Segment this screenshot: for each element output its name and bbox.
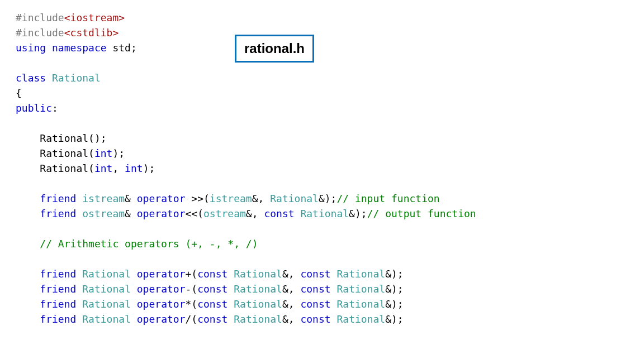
amp: & [125,193,137,204]
type-rational: Rational [52,72,101,84]
paren-open: ( [191,298,197,310]
kw-operator: operator [137,313,186,325]
kw-friend: friend [40,313,76,325]
brace-open: { [16,87,22,99]
kw-const: const [197,313,227,325]
op-star: * [185,298,191,310]
type-rational: Rational [336,268,385,280]
amp-semi: &); [349,208,367,219]
type-rational: Rational [234,313,282,325]
amp-semi: &); [385,313,404,325]
type-rational: Rational [234,298,282,310]
amp-semi: &); [385,268,404,280]
amp-semi: &); [385,283,404,295]
amp: & [125,208,137,219]
paren-open: ( [191,283,197,295]
kw-friend: friend [40,193,76,204]
kw-class: class [16,72,46,84]
amp-comma: &, [282,268,301,280]
type-rational: Rational [270,193,319,204]
header-cstdlib: <cstdlib> [64,27,119,39]
kw-operator: operator [137,208,186,219]
kw-const: const [300,298,330,310]
kw-operator: operator [137,283,186,295]
kw-const: const [197,298,227,310]
kw-using: using [16,42,46,54]
paren-open: ( [191,313,197,325]
colon: : [52,102,58,114]
ident-std: std; [112,42,136,54]
kw-friend: friend [40,268,76,280]
filename-label: rational.h [235,35,314,63]
amp-semi: &); [319,193,337,204]
kw-int: int [94,147,113,159]
type-istream: istream [82,193,125,204]
comma: , [112,162,125,174]
preproc-include: #include [16,12,64,23]
kw-const: const [264,208,294,219]
ctor-default: Rational(); [40,132,106,144]
header-iostream: <iostream> [64,12,125,23]
op-insert: <<( [185,208,203,219]
op-plus: + [185,268,191,280]
kw-const: const [197,283,227,295]
kw-const: const [300,283,330,295]
type-ostream: ostream [203,208,246,219]
amp-comma: &, [252,193,271,204]
type-rational: Rational [336,313,385,325]
kw-const: const [197,268,227,280]
preproc-include: #include [16,27,64,39]
comment-input: // input function [336,193,439,204]
type-rational: Rational [82,313,131,325]
comment-arith: // Arithmetic operators (+, -, *, /) [40,238,258,250]
kw-friend: friend [40,208,76,219]
kw-friend: friend [40,298,76,310]
type-rational: Rational [234,283,282,295]
type-rational: Rational [82,283,131,295]
amp-comma: &, [282,298,301,310]
op-slash: / [185,313,191,325]
amp-semi: &); [385,298,404,310]
type-rational: Rational [82,268,131,280]
kw-const: const [300,313,330,325]
type-istream: istream [210,193,252,204]
amp-comma: &, [246,208,264,219]
kw-operator: operator [137,298,186,310]
kw-int: int [94,162,113,174]
type-rational: Rational [336,298,385,310]
type-rational: Rational [300,208,349,219]
ctor-int-close: ); [112,147,125,159]
ctor-int2-close: ); [143,162,155,174]
type-ostream: ostream [82,208,125,219]
kw-friend: friend [40,283,76,295]
kw-const: const [300,268,330,280]
type-rational: Rational [234,268,282,280]
amp-comma: &, [282,283,301,295]
type-rational: Rational [82,298,131,310]
kw-operator: operator [137,268,186,280]
comment-output: // output function [367,208,476,219]
code-block: #include<iostream> #include<cstdlib> usi… [16,10,624,327]
kw-public: public [16,102,52,114]
ctor-int-open: Rational( [40,147,94,159]
type-rational: Rational [336,283,385,295]
kw-int: int [125,162,143,174]
paren-open: ( [191,268,197,280]
op-minus: - [185,283,191,295]
ctor-int2-open: Rational( [40,162,94,174]
kw-operator: operator [137,193,186,204]
op-extract: >>( [185,193,209,204]
amp-comma: &, [282,313,301,325]
kw-namespace: namespace [52,42,107,54]
